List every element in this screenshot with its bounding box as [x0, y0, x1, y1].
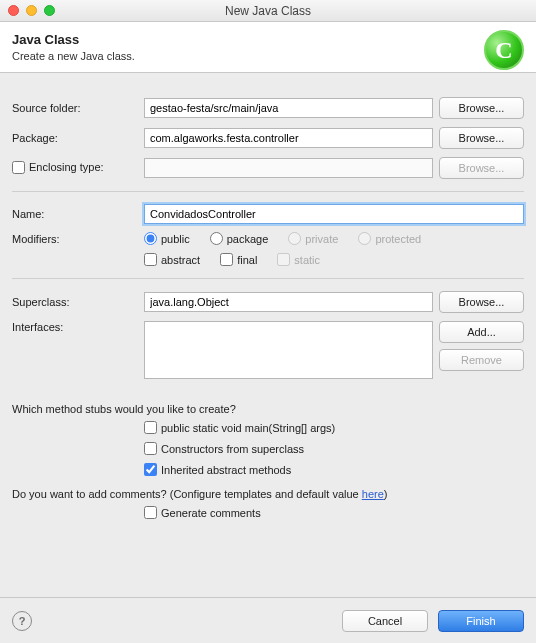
- browse-source-folder-button[interactable]: Browse...: [439, 97, 524, 119]
- interfaces-list[interactable]: [144, 321, 433, 379]
- package-label: Package:: [12, 132, 144, 144]
- window-controls: [8, 5, 55, 16]
- minimize-icon[interactable]: [26, 5, 37, 16]
- modifier-package-radio[interactable]: package: [210, 232, 269, 245]
- header-heading: Java Class: [12, 32, 135, 47]
- titlebar: New Java Class: [0, 0, 536, 22]
- name-input[interactable]: [144, 204, 524, 224]
- interfaces-label: Interfaces:: [12, 321, 144, 333]
- superclass-input[interactable]: [144, 292, 433, 312]
- browse-package-button[interactable]: Browse...: [439, 127, 524, 149]
- modifier-public-radio[interactable]: public: [144, 232, 190, 245]
- enclosing-type-input: [144, 158, 433, 178]
- dialog-footer: ? Cancel Finish: [0, 597, 536, 643]
- cancel-button[interactable]: Cancel: [342, 610, 428, 632]
- maximize-icon[interactable]: [44, 5, 55, 16]
- enclosing-type-check-input[interactable]: [12, 161, 25, 174]
- browse-enclosing-button: Browse...: [439, 157, 524, 179]
- browse-superclass-button[interactable]: Browse...: [439, 291, 524, 313]
- header-subtitle: Create a new Java class.: [12, 50, 135, 62]
- stub-main-checkbox[interactable]: public static void main(String[] args): [144, 421, 510, 434]
- modifier-final-checkbox[interactable]: final: [220, 253, 257, 266]
- finish-button[interactable]: Finish: [438, 610, 524, 632]
- add-interface-button[interactable]: Add...: [439, 321, 524, 343]
- source-folder-label: Source folder:: [12, 102, 144, 114]
- stub-inherited-checkbox[interactable]: Inherited abstract methods: [144, 463, 510, 476]
- close-icon[interactable]: [8, 5, 19, 16]
- remove-interface-button: Remove: [439, 349, 524, 371]
- java-class-icon: C: [484, 30, 524, 70]
- modifiers-label: Modifiers:: [12, 233, 144, 245]
- modifier-static-checkbox: static: [277, 253, 320, 266]
- superclass-label: Superclass:: [12, 296, 144, 308]
- modifier-private-radio: private: [288, 232, 338, 245]
- name-label: Name:: [12, 208, 144, 220]
- modifier-abstract-checkbox[interactable]: abstract: [144, 253, 200, 266]
- configure-templates-link[interactable]: here: [362, 488, 384, 500]
- enclosing-type-checkbox[interactable]: Enclosing type:: [12, 161, 104, 174]
- stub-constructors-checkbox[interactable]: Constructors from superclass: [144, 442, 510, 455]
- window-title: New Java Class: [8, 4, 528, 18]
- comments-question: Do you want to add comments? (Configure …: [12, 488, 524, 500]
- package-input[interactable]: [144, 128, 433, 148]
- help-icon[interactable]: ?: [12, 611, 32, 631]
- enclosing-type-label: Enclosing type:: [29, 161, 104, 173]
- source-folder-input[interactable]: [144, 98, 433, 118]
- stubs-question: Which method stubs would you like to cre…: [12, 403, 524, 415]
- generate-comments-checkbox[interactable]: Generate comments: [144, 506, 510, 519]
- modifier-protected-radio: protected: [358, 232, 421, 245]
- dialog-header: Java Class Create a new Java class. C: [0, 22, 536, 73]
